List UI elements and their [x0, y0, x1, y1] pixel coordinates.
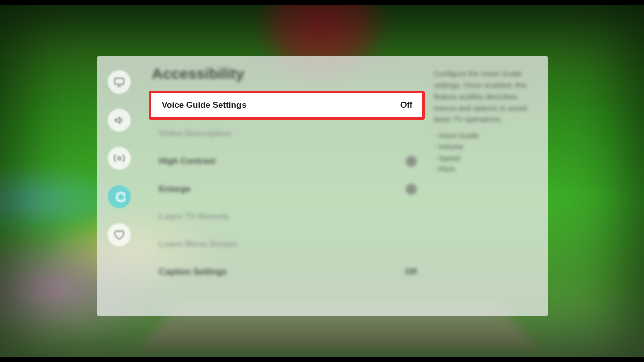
- settings-list: Voice Guide Settings Off Video Descripti…: [149, 89, 427, 286]
- general-icon[interactable]: [108, 185, 131, 208]
- svg-point-1: [118, 157, 121, 160]
- item-label: High Contrast: [159, 156, 215, 166]
- picture-icon[interactable]: [108, 70, 131, 94]
- toggle-off-icon[interactable]: [406, 184, 417, 195]
- sound-icon[interactable]: [108, 109, 131, 132]
- item-label: Voice Guide Settings: [162, 100, 247, 110]
- item-video-description[interactable]: Video Description: [149, 120, 427, 147]
- settings-sidebar: [97, 56, 142, 316]
- item-label: Caption Settings: [159, 267, 227, 277]
- item-high-contrast[interactable]: High Contrast: [149, 147, 427, 175]
- item-learn-tv-remote[interactable]: Learn TV Remote: [149, 203, 427, 230]
- page-title: Accessibility: [152, 65, 427, 82]
- toggle-off-icon[interactable]: [406, 156, 417, 167]
- item-label: Learn TV Remote: [159, 212, 229, 222]
- item-label: Video Description: [159, 129, 231, 139]
- support-icon[interactable]: [108, 223, 131, 246]
- settings-panel: Accessibility Voice Guide Settings Off V…: [97, 56, 548, 316]
- item-value: Off: [405, 267, 417, 277]
- bullet-item: Speed: [434, 153, 539, 164]
- item-label: Enlarge: [159, 184, 190, 194]
- settings-main: Accessibility Voice Guide Settings Off V…: [142, 56, 427, 316]
- item-enlarge[interactable]: Enlarge: [149, 175, 427, 203]
- bullet-item: Pitch: [434, 164, 539, 175]
- item-learn-menu-screen[interactable]: Learn Menu Screen: [149, 230, 427, 258]
- broadcast-icon[interactable]: [108, 147, 131, 170]
- letterbox-bottom: [0, 357, 644, 362]
- description-text: Configure the Voice Guide settings. Once…: [434, 68, 539, 125]
- bullet-item: Volume: [434, 141, 539, 153]
- item-caption-settings[interactable]: Caption Settings Off: [149, 258, 427, 286]
- item-voice-guide-settings[interactable]: Voice Guide Settings Off: [149, 90, 425, 120]
- description-pane: Configure the Voice Guide settings. Once…: [427, 56, 548, 316]
- description-bullets: Voice Guide Volume Speed Pitch: [434, 130, 539, 175]
- item-value: Off: [400, 101, 412, 110]
- bullet-item: Voice Guide: [434, 130, 539, 142]
- item-label: Learn Menu Screen: [159, 239, 238, 249]
- letterbox-top: [0, 0, 644, 5]
- svg-rect-0: [115, 78, 124, 84]
